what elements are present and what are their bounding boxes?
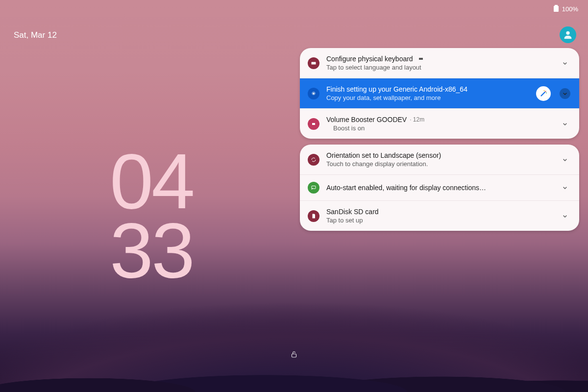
notification-group: Orientation set to Landscape (sensor)Tou… [300,145,579,231]
clock-minutes: 33 [110,216,193,285]
notification-title: Orientation set to Landscape (sensor) [326,151,441,159]
svg-point-9 [544,90,545,91]
user-icon [563,29,573,40]
sdcard-icon [308,210,319,222]
notification-title: Finish setting up your Generic Android-x… [326,85,467,93]
svg-point-2 [566,31,569,35]
booster-icon [308,118,319,130]
wallpaper-foreground [0,265,588,392]
svg-rect-4 [419,58,423,60]
expand-icon[interactable] [560,182,570,193]
notification-text: Auto-start enabled, waiting for display … [326,184,553,192]
status-bar: 100% [553,5,578,13]
notification-title: SanDisk SD card [326,208,379,216]
notification-text: SanDisk SD cardTap to set up [326,208,553,224]
magic-wand-icon[interactable] [536,86,551,101]
keyboard-icon [308,57,319,69]
notification[interactable]: Finish setting up your Generic Android-x… [300,78,579,108]
svg-rect-10 [312,123,315,125]
notification[interactable]: SanDisk SD cardTap to set up [300,200,579,231]
svg-rect-12 [292,354,296,357]
notification-subtitle: Boost is on [326,124,553,132]
notification-subtitle: Tap to select language and layout [326,64,553,71]
lock-clock: 04 33 [110,147,193,285]
notification-shade: Configure physical keyboardTap to select… [300,48,579,231]
clock-hours: 04 [110,147,193,216]
battery-icon [553,5,559,13]
notification-title: Configure physical keyboard [326,55,413,63]
user-avatar[interactable] [560,26,576,43]
svg-rect-3 [312,62,316,64]
expand-icon[interactable] [560,119,570,129]
svg-point-8 [546,92,547,93]
cast-icon [308,182,319,194]
svg-rect-0 [555,5,558,6]
orientation-icon [308,154,319,166]
notification-meta: · 12m [410,116,424,123]
notification-text: Finish setting up your Generic Android-x… [326,85,529,101]
battery-percent: 100% [562,5,578,13]
notification[interactable]: Orientation set to Landscape (sensor)Tou… [300,145,579,174]
unlock-hint-icon[interactable] [290,350,298,361]
notification[interactable]: Volume Booster GOODEV · 12mBoost is on [300,108,579,139]
notification-text: Orientation set to Landscape (sensor)Tou… [326,151,553,168]
keyboard-chip-icon [416,56,424,62]
notification-group: Configure physical keyboardTap to select… [300,48,579,139]
expand-icon[interactable] [560,88,570,99]
notification-title: Auto-start enabled, waiting for display … [326,184,486,192]
svg-line-6 [541,92,545,96]
svg-point-7 [545,91,546,92]
notification[interactable]: Auto-start enabled, waiting for display … [300,174,579,200]
notification-subtitle: Copy your data, set wallpaper, and more [326,94,529,101]
expand-icon[interactable] [560,58,570,69]
expand-icon[interactable] [560,154,570,165]
notification-text: Configure physical keyboardTap to select… [326,55,553,71]
notification-title: Volume Booster GOODEV [326,116,407,123]
gear-icon [308,88,319,99]
notification-subtitle: Tap to set up [326,217,553,224]
notification-subtitle: Touch to change display orientation. [326,160,553,168]
lock-date: Sat, Mar 12 [14,30,57,40]
notification[interactable]: Configure physical keyboardTap to select… [300,48,579,78]
expand-icon[interactable] [560,211,570,221]
notification-text: Volume Booster GOODEV · 12mBoost is on [326,116,553,132]
svg-rect-1 [554,6,559,12]
